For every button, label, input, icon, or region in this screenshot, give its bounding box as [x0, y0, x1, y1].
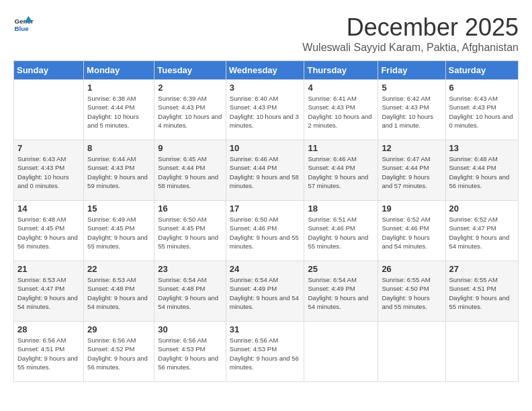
- cell-content: Sunrise: 6:44 AMSunset: 4:43 PMDaylight:…: [87, 154, 150, 190]
- cell-content: Sunrise: 6:46 AMSunset: 4:44 PMDaylight:…: [230, 154, 301, 190]
- day-number: 18: [308, 203, 374, 214]
- day-number: 28: [17, 324, 80, 334]
- day-number: 3: [230, 83, 301, 93]
- cell-content: Sunrise: 6:56 AMSunset: 4:51 PMDaylight:…: [17, 336, 80, 371]
- calendar-cell: 16Sunrise: 6:50 AMSunset: 4:45 PMDayligh…: [154, 201, 226, 261]
- header-day-friday: Friday: [378, 61, 445, 80]
- day-number: 22: [87, 264, 150, 274]
- cell-content: Sunrise: 6:54 AMSunset: 4:49 PMDaylight:…: [230, 275, 301, 311]
- cell-content: Sunrise: 6:50 AMSunset: 4:45 PMDaylight:…: [158, 215, 222, 250]
- logo: General Blue: [13, 13, 34, 34]
- day-number: 13: [449, 143, 515, 153]
- cell-content: Sunrise: 6:51 AMSunset: 4:46 PMDaylight:…: [308, 215, 374, 250]
- day-number: 17: [230, 203, 301, 214]
- cell-content: Sunrise: 6:49 AMSunset: 4:45 PMDaylight:…: [87, 215, 150, 250]
- day-number: 8: [87, 143, 150, 153]
- day-number: 9: [158, 143, 222, 153]
- day-number: 26: [382, 264, 441, 274]
- location-title: Wuleswali Sayyid Karam, Paktia, Afghanis…: [302, 42, 519, 54]
- calendar-cell: 25Sunrise: 6:54 AMSunset: 4:49 PMDayligh…: [304, 261, 378, 322]
- day-number: 19: [382, 203, 441, 214]
- calendar-cell: 4Sunrise: 6:41 AMSunset: 4:43 PMDaylight…: [304, 80, 378, 140]
- cell-content: Sunrise: 6:47 AMSunset: 4:44 PMDaylight:…: [382, 154, 441, 190]
- calendar-cell: 6Sunrise: 6:43 AMSunset: 4:43 PMDaylight…: [445, 80, 519, 140]
- calendar-cell: 31Sunrise: 6:56 AMSunset: 4:53 PMDayligh…: [226, 322, 304, 382]
- cell-content: Sunrise: 6:43 AMSunset: 4:43 PMDaylight:…: [449, 94, 515, 130]
- calendar-cell: [445, 322, 519, 382]
- day-number: 20: [449, 203, 515, 214]
- day-number: 29: [87, 324, 150, 334]
- calendar-cell: 28Sunrise: 6:56 AMSunset: 4:51 PMDayligh…: [14, 322, 84, 382]
- header-day-saturday: Saturday: [445, 61, 519, 80]
- logo-icon: General Blue: [13, 13, 34, 34]
- day-number: 2: [158, 83, 222, 93]
- cell-content: Sunrise: 6:41 AMSunset: 4:43 PMDaylight:…: [308, 94, 374, 130]
- day-number: 14: [17, 203, 80, 214]
- cell-content: Sunrise: 6:56 AMSunset: 4:53 PMDaylight:…: [158, 336, 222, 371]
- day-number: 16: [158, 203, 222, 214]
- day-number: 31: [230, 324, 301, 334]
- calendar-body: 1Sunrise: 6:38 AMSunset: 4:44 PMDaylight…: [14, 80, 519, 382]
- day-number: 12: [382, 143, 441, 153]
- cell-content: Sunrise: 6:53 AMSunset: 4:47 PMDaylight:…: [17, 275, 80, 311]
- calendar-cell: 19Sunrise: 6:52 AMSunset: 4:46 PMDayligh…: [378, 201, 445, 261]
- calendar-cell: 13Sunrise: 6:48 AMSunset: 4:44 PMDayligh…: [445, 140, 519, 201]
- calendar-cell: 17Sunrise: 6:50 AMSunset: 4:46 PMDayligh…: [226, 201, 304, 261]
- calendar-cell: 3Sunrise: 6:40 AMSunset: 4:43 PMDaylight…: [226, 80, 304, 140]
- day-number: 21: [17, 264, 80, 274]
- calendar-header-row: SundayMondayTuesdayWednesdayThursdayFrid…: [14, 61, 519, 80]
- cell-content: Sunrise: 6:53 AMSunset: 4:48 PMDaylight:…: [87, 275, 150, 311]
- month-title: December 2025: [302, 13, 519, 42]
- cell-content: Sunrise: 6:55 AMSunset: 4:50 PMDaylight:…: [382, 275, 441, 311]
- cell-content: Sunrise: 6:46 AMSunset: 4:44 PMDaylight:…: [308, 154, 374, 190]
- calendar-cell: [14, 80, 84, 140]
- calendar-cell: 2Sunrise: 6:39 AMSunset: 4:43 PMDaylight…: [154, 80, 226, 140]
- calendar-cell: 5Sunrise: 6:42 AMSunset: 4:43 PMDaylight…: [378, 80, 445, 140]
- cell-content: Sunrise: 6:50 AMSunset: 4:46 PMDaylight:…: [230, 215, 301, 250]
- calendar-cell: [304, 322, 378, 382]
- calendar-cell: 14Sunrise: 6:48 AMSunset: 4:45 PMDayligh…: [14, 201, 84, 261]
- calendar-table: SundayMondayTuesdayWednesdayThursdayFrid…: [13, 60, 519, 382]
- day-number: 30: [158, 324, 222, 334]
- calendar-cell: 30Sunrise: 6:56 AMSunset: 4:53 PMDayligh…: [154, 322, 226, 382]
- calendar-cell: 7Sunrise: 6:43 AMSunset: 4:43 PMDaylight…: [14, 140, 84, 201]
- day-number: 6: [449, 83, 515, 93]
- cell-content: Sunrise: 6:52 AMSunset: 4:47 PMDaylight:…: [449, 215, 515, 250]
- cell-content: Sunrise: 6:38 AMSunset: 4:44 PMDaylight:…: [87, 94, 150, 130]
- calendar-cell: 26Sunrise: 6:55 AMSunset: 4:50 PMDayligh…: [378, 261, 445, 322]
- calendar-cell: 18Sunrise: 6:51 AMSunset: 4:46 PMDayligh…: [304, 201, 378, 261]
- cell-content: Sunrise: 6:56 AMSunset: 4:53 PMDaylight:…: [230, 336, 301, 371]
- calendar-cell: 8Sunrise: 6:44 AMSunset: 4:43 PMDaylight…: [84, 140, 154, 201]
- day-number: 11: [308, 143, 374, 153]
- day-number: 7: [17, 143, 80, 153]
- cell-content: Sunrise: 6:42 AMSunset: 4:43 PMDaylight:…: [382, 94, 441, 130]
- cell-content: Sunrise: 6:56 AMSunset: 4:52 PMDaylight:…: [87, 336, 150, 371]
- day-number: 10: [230, 143, 301, 153]
- calendar-cell: 9Sunrise: 6:45 AMSunset: 4:44 PMDaylight…: [154, 140, 226, 201]
- calendar-cell: 29Sunrise: 6:56 AMSunset: 4:52 PMDayligh…: [84, 322, 154, 382]
- title-block: December 2025 Wuleswali Sayyid Karam, Pa…: [302, 13, 519, 54]
- cell-content: Sunrise: 6:48 AMSunset: 4:44 PMDaylight:…: [449, 154, 515, 190]
- week-row-0: 1Sunrise: 6:38 AMSunset: 4:44 PMDaylight…: [14, 80, 519, 140]
- calendar-cell: 10Sunrise: 6:46 AMSunset: 4:44 PMDayligh…: [226, 140, 304, 201]
- calendar-cell: 1Sunrise: 6:38 AMSunset: 4:44 PMDaylight…: [84, 80, 154, 140]
- cell-content: Sunrise: 6:48 AMSunset: 4:45 PMDaylight:…: [17, 215, 80, 250]
- day-number: 25: [308, 264, 374, 274]
- calendar-cell: 12Sunrise: 6:47 AMSunset: 4:44 PMDayligh…: [378, 140, 445, 201]
- header-day-wednesday: Wednesday: [226, 61, 304, 80]
- cell-content: Sunrise: 6:52 AMSunset: 4:46 PMDaylight:…: [382, 215, 441, 250]
- cell-content: Sunrise: 6:40 AMSunset: 4:43 PMDaylight:…: [230, 94, 301, 130]
- cell-content: Sunrise: 6:39 AMSunset: 4:43 PMDaylight:…: [158, 94, 222, 130]
- week-row-2: 14Sunrise: 6:48 AMSunset: 4:45 PMDayligh…: [14, 201, 519, 261]
- cell-content: Sunrise: 6:54 AMSunset: 4:48 PMDaylight:…: [158, 275, 222, 311]
- day-number: 5: [382, 83, 441, 93]
- day-number: 23: [158, 264, 222, 274]
- cell-content: Sunrise: 6:54 AMSunset: 4:49 PMDaylight:…: [308, 275, 374, 311]
- header-day-tuesday: Tuesday: [154, 61, 226, 80]
- day-number: 15: [87, 203, 150, 214]
- week-row-1: 7Sunrise: 6:43 AMSunset: 4:43 PMDaylight…: [14, 140, 519, 201]
- day-number: 4: [308, 83, 374, 93]
- header: General Blue December 2025 Wuleswali Say…: [13, 13, 519, 54]
- calendar-cell: 24Sunrise: 6:54 AMSunset: 4:49 PMDayligh…: [226, 261, 304, 322]
- calendar-cell: 15Sunrise: 6:49 AMSunset: 4:45 PMDayligh…: [84, 201, 154, 261]
